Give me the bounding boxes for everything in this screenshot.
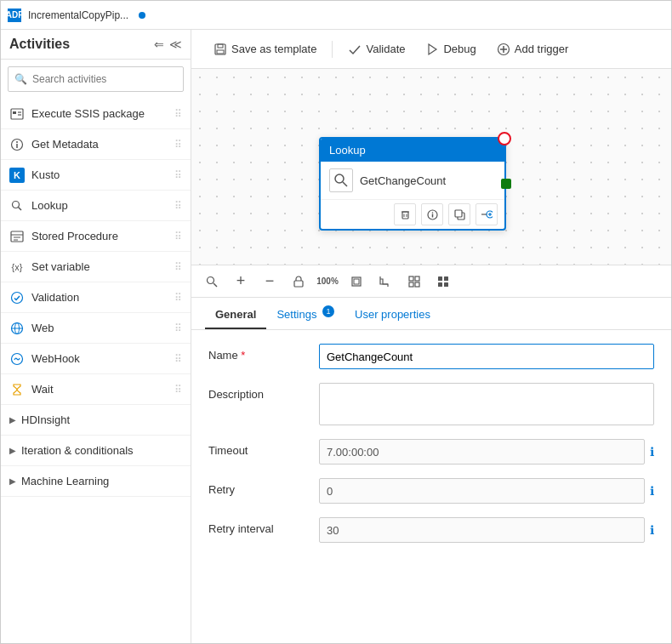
name-input[interactable]	[319, 344, 654, 369]
activity-item-kusto[interactable]: K Kusto ⠿	[1, 160, 191, 191]
category-hdinsight[interactable]: ▶ HDInsight	[1, 405, 191, 436]
expand-icon[interactable]: ≪	[169, 37, 182, 51]
search-input[interactable]	[8, 66, 184, 92]
kusto-label: Kusto	[31, 168, 60, 181]
save-template-label: Save as template	[231, 43, 316, 55]
tab-general[interactable]: General	[205, 301, 266, 329]
set-variable-icon: {x}	[9, 259, 25, 275]
execute-ssis-label: Execute SSIS package	[31, 107, 145, 120]
drag-handle[interactable]: ⠿	[174, 292, 182, 304]
description-label: Description	[208, 383, 310, 401]
delete-node-button[interactable]	[394, 203, 416, 225]
timeout-input-wrap: ℹ	[319, 439, 654, 464]
unsaved-indicator	[139, 12, 145, 19]
mini-frame-button[interactable]	[345, 270, 368, 294]
copy-node-button[interactable]	[448, 203, 470, 225]
name-label: Name *	[208, 344, 310, 362]
retry-interval-input-wrap: ℹ	[319, 517, 654, 543]
app-icon: ADF	[8, 9, 21, 22]
add-activity-button[interactable]	[476, 203, 498, 225]
tab-settings[interactable]: Settings 1	[266, 299, 345, 329]
web-icon	[9, 321, 25, 336]
form-area: Name * Description Timeout	[191, 330, 671, 570]
name-row: Name *	[208, 344, 654, 369]
svg-rect-1	[13, 111, 16, 114]
svg-rect-34	[455, 210, 462, 217]
category-iteration[interactable]: ▶ Iteration & conditionals	[1, 436, 191, 466]
mini-search-button[interactable]	[200, 270, 224, 294]
mini-add-button[interactable]: +	[229, 270, 253, 294]
activity-item-web[interactable]: Web ⠿	[1, 313, 191, 344]
svg-point-13	[12, 292, 23, 303]
drag-handle[interactable]: ⠿	[174, 384, 182, 396]
search-icon: 🔍	[14, 73, 27, 85]
activity-item-validation[interactable]: Validation ⠿	[1, 282, 191, 313]
debug-button[interactable]: Debug	[417, 38, 484, 60]
tab-user-properties[interactable]: User properties	[345, 301, 441, 329]
activity-item-webhook[interactable]: WebHook ⠿	[1, 344, 191, 374]
chevron-right-icon: ▶	[9, 476, 16, 486]
svg-rect-43	[354, 279, 359, 284]
drag-handle[interactable]: ⠿	[174, 322, 182, 334]
mini-settings-button[interactable]	[431, 270, 455, 294]
node-lookup-icon	[329, 168, 353, 192]
mini-layout-button[interactable]	[402, 270, 426, 294]
drag-handle[interactable]: ⠿	[174, 200, 182, 212]
info-node-button[interactable]	[421, 203, 443, 225]
activity-item-execute-ssis[interactable]: Execute SSIS package ⠿	[1, 99, 191, 129]
category-machine-learning-label: Machine Learning	[21, 475, 109, 487]
mini-toolbar: + − 100%	[191, 265, 671, 298]
mini-zoom-fit-button[interactable]: 100%	[316, 270, 339, 294]
get-metadata-label: Get Metadata	[31, 138, 99, 151]
get-metadata-icon	[9, 137, 25, 152]
error-connector[interactable]	[498, 132, 511, 145]
svg-point-39	[208, 276, 214, 283]
collapse-icon[interactable]: ⇐	[154, 37, 164, 51]
activity-item-lookup[interactable]: Lookup ⠿	[1, 191, 191, 221]
mini-lock-button[interactable]	[287, 270, 310, 294]
validation-icon	[9, 290, 25, 305]
drag-handle[interactable]: ⠿	[174, 139, 182, 151]
activity-node-lookup[interactable]: Lookup GetChangeCount	[319, 137, 506, 231]
retry-input[interactable]	[319, 478, 645, 504]
drag-handle[interactable]: ⠿	[174, 169, 182, 181]
svg-point-6	[16, 141, 18, 143]
retry-info-icon[interactable]: ℹ	[650, 484, 654, 498]
sidebar-header: Activities ⇐ ≪	[1, 30, 191, 60]
sidebar: Activities ⇐ ≪ 🔍 Execute SSIS pa	[1, 30, 191, 643]
category-hdinsight-label: HDInsight	[21, 413, 70, 426]
validate-button[interactable]: Validate	[339, 38, 413, 60]
activity-item-get-metadata[interactable]: Get Metadata ⠿	[1, 129, 191, 160]
timeout-info-icon[interactable]: ℹ	[650, 445, 654, 459]
wait-label: Wait	[31, 383, 54, 396]
drag-handle[interactable]: ⠿	[174, 261, 182, 273]
retry-interval-row: Retry interval ℹ	[208, 517, 654, 543]
description-input[interactable]	[319, 383, 654, 425]
svg-rect-48	[438, 276, 442, 281]
chevron-right-icon: ▶	[9, 446, 16, 455]
activity-item-wait[interactable]: Wait ⠿	[1, 374, 191, 405]
pipeline-canvas[interactable]: Lookup GetChangeCount	[191, 69, 671, 265]
drag-handle[interactable]: ⠿	[174, 231, 182, 242]
webhook-icon	[9, 351, 25, 367]
web-label: Web	[31, 322, 54, 334]
svg-line-26	[343, 182, 347, 186]
mini-crop-button[interactable]	[373, 270, 397, 294]
success-connector[interactable]	[501, 179, 511, 189]
sidebar-header-controls: ⇐ ≪	[154, 37, 182, 51]
svg-rect-47	[415, 282, 419, 287]
drag-handle[interactable]: ⠿	[174, 108, 182, 120]
activity-item-stored-procedure[interactable]: Stored Procedure ⠿	[1, 221, 191, 252]
search-box: 🔍	[8, 66, 184, 92]
timeout-input[interactable]	[319, 439, 645, 464]
activity-item-set-variable[interactable]: {x} Set variable ⠿	[1, 252, 191, 282]
svg-point-32	[431, 212, 433, 214]
mini-minus-button[interactable]: −	[258, 270, 282, 294]
retry-interval-info-icon[interactable]: ℹ	[650, 523, 654, 537]
retry-interval-input[interactable]	[319, 517, 645, 543]
drag-handle[interactable]: ⠿	[174, 353, 182, 365]
category-machine-learning[interactable]: ▶ Machine Learning	[1, 466, 191, 497]
save-as-template-button[interactable]: Save as template	[205, 38, 325, 60]
timeout-label: Timeout	[208, 439, 310, 457]
add-trigger-button[interactable]: Add trigger	[488, 38, 578, 60]
